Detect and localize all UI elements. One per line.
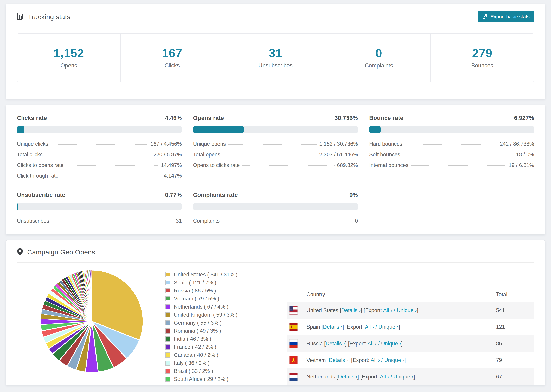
legend-item[interactable]: United Kingdom ( 59 / 3% ): [165, 312, 277, 318]
rate-stat-value: 1,152 / 30.736%: [319, 141, 358, 147]
legend-label: Vietnam ( 79 / 5% ): [174, 296, 219, 302]
export-unique-link[interactable]: Unique ›: [384, 357, 404, 363]
rate-stat-label: Clicks to opens rate: [17, 162, 64, 168]
legend-item[interactable]: Germany ( 55 / 3% ): [165, 320, 277, 326]
rate-stat-label: Opens to clicks rate: [193, 162, 240, 168]
dotted-leader: [66, 165, 158, 166]
page-title: Tracking stats: [28, 13, 70, 21]
geo-legend: United States ( 541 / 31% )Spain ( 121 /…: [165, 272, 277, 384]
dotted-leader: [51, 144, 148, 145]
legend-label: France ( 42 / 2% ): [174, 344, 216, 350]
export-unique-link[interactable]: Unique ›: [378, 324, 398, 330]
total-cell: 79: [496, 357, 534, 363]
export-all-link[interactable]: All ›: [367, 341, 377, 347]
details-link[interactable]: Details ›: [341, 307, 361, 313]
legend-item[interactable]: Romania ( 49 / 3% ): [165, 328, 277, 334]
dotted-leader: [411, 165, 506, 166]
export-all-link[interactable]: All ›: [383, 307, 392, 313]
legend-swatch: [165, 320, 170, 325]
geo-table-row: Netherlands [Details ›] [Export: All › /…: [287, 368, 534, 385]
country-cell: Vietnam [Details ›] [Export: All › / Uni…: [287, 356, 496, 364]
rate-title: Complaints rate: [193, 192, 238, 198]
legend-item[interactable]: India ( 46 / 3% ): [165, 336, 277, 342]
rate-stat-label: Total clicks: [17, 152, 42, 158]
legend-item[interactable]: Netherlands ( 67 / 4% ): [165, 304, 277, 310]
column-header-country: Country: [287, 291, 496, 298]
country-name: Russia: [306, 341, 324, 347]
export-all-link[interactable]: All ›: [365, 324, 374, 330]
legend-swatch: [165, 328, 170, 334]
rate-stat-row: Unsubscribes31: [17, 218, 182, 224]
rate-stat-label: Unique clicks: [17, 141, 48, 147]
progress-bar: [17, 203, 182, 210]
export-unique-link[interactable]: Unique ›: [393, 374, 413, 380]
dashboard-page: Tracking stats Export basic stats 1,152O…: [0, 0, 551, 392]
legend-item[interactable]: South Africa ( 29 / 2% ): [165, 376, 277, 382]
export-all-link[interactable]: All ›: [380, 374, 389, 380]
export-button-label: Export basic stats: [490, 14, 530, 20]
country-cell-text: United States [Details ›] [Export: All ›…: [306, 307, 418, 314]
legend-item[interactable]: Brazil ( 33 / 2% ): [165, 368, 277, 374]
legend-item[interactable]: United States ( 541 / 31% ): [165, 272, 277, 278]
country-cell: Russia [Details ›] [Export: All › / Uniq…: [287, 339, 496, 348]
rate-value: 0.77%: [165, 192, 182, 198]
legend-item[interactable]: France ( 42 / 2% ): [165, 344, 277, 350]
link-separator: /: [378, 341, 380, 347]
bar-chart-icon: [17, 13, 24, 21]
legend-item[interactable]: Spain ( 121 / 7% ): [165, 280, 277, 286]
rate-stat-label: Soft bounces: [369, 152, 400, 158]
rate-stat-label: Total opens: [193, 152, 220, 158]
stat-label: Clicks: [121, 62, 224, 69]
stat-box: 1,152Opens: [17, 34, 121, 82]
legend-item[interactable]: Russia ( 86 / 5% ): [165, 288, 277, 294]
export-unique-link[interactable]: Unique ›: [381, 341, 401, 347]
export-basic-stats-button[interactable]: Export basic stats: [478, 11, 534, 22]
legend-item[interactable]: Italy ( 36 / 2% ): [165, 360, 277, 366]
rate-value: 30.736%: [335, 115, 358, 121]
rate-block: Unsubscribe rate0.77%Unsubscribes31: [17, 192, 182, 224]
geo-table: Country Total United States [Details ›] …: [287, 287, 534, 385]
rate-title-row: Opens rate30.736%: [193, 115, 358, 121]
progress-bar: [369, 126, 534, 133]
rate-stat-value: 0: [355, 218, 358, 224]
legend-swatch: [165, 296, 170, 301]
rate-stat-row: Clicks to opens rate14.497%: [17, 162, 182, 168]
rate-stat-value: 4.147%: [164, 173, 182, 179]
legend-swatch: [165, 336, 170, 342]
rate-stat-value: 220 / 5.87%: [154, 152, 182, 158]
details-link[interactable]: Details ›: [338, 374, 357, 380]
legend-swatch: [165, 344, 170, 350]
country-name: United States: [306, 307, 340, 313]
dotted-leader: [405, 144, 497, 145]
rate-title-row: Bounce rate6.927%: [369, 115, 534, 121]
details-link[interactable]: Details ›: [326, 341, 345, 347]
details-link[interactable]: Details ›: [323, 324, 343, 330]
country-cell-text: Spain [Details ›] [Export: All › / Uniqu…: [306, 324, 400, 330]
rate-stat-value: 14.497%: [161, 162, 182, 168]
legend-label: Spain ( 121 / 7% ): [174, 280, 216, 286]
column-header-total: Total: [496, 291, 534, 298]
legend-swatch: [165, 361, 170, 366]
export-all-link[interactable]: All ›: [371, 357, 380, 363]
legend-item[interactable]: Vietnam ( 79 / 5% ): [165, 296, 277, 302]
geo-pie-chart[interactable]: [39, 269, 144, 374]
stat-box: 167Clicks: [121, 34, 224, 82]
rate-title: Opens rate: [193, 115, 224, 121]
dotted-leader: [228, 144, 317, 145]
rate-stat-rows: Complaints0: [193, 218, 358, 224]
country-name: Vietnam: [306, 357, 327, 363]
rate-stat-rows: Hard bounces242 / 86.738%Soft bounces18 …: [369, 141, 534, 168]
rates-grid: Clicks rate4.46%Unique clicks167 / 4.456…: [6, 105, 545, 234]
export-icon: [482, 14, 488, 20]
country-cell: Netherlands [Details ›] [Export: All › /…: [287, 373, 496, 381]
rate-block: Complaints rate0%Complaints0: [193, 192, 358, 224]
total-cell: 67: [496, 374, 534, 380]
progress-bar: [193, 126, 358, 133]
legend-item[interactable]: Canada ( 40 / 2% ): [165, 352, 277, 358]
campaign-geo-opens-card: Campaign Geo Opens United States ( 541 /…: [6, 240, 545, 385]
legend-swatch: [165, 288, 170, 293]
details-link[interactable]: Details ›: [329, 357, 348, 363]
rate-title: Bounce rate: [369, 115, 403, 121]
stat-box: 0Complaints: [327, 34, 431, 82]
export-unique-link[interactable]: Unique ›: [397, 307, 417, 313]
